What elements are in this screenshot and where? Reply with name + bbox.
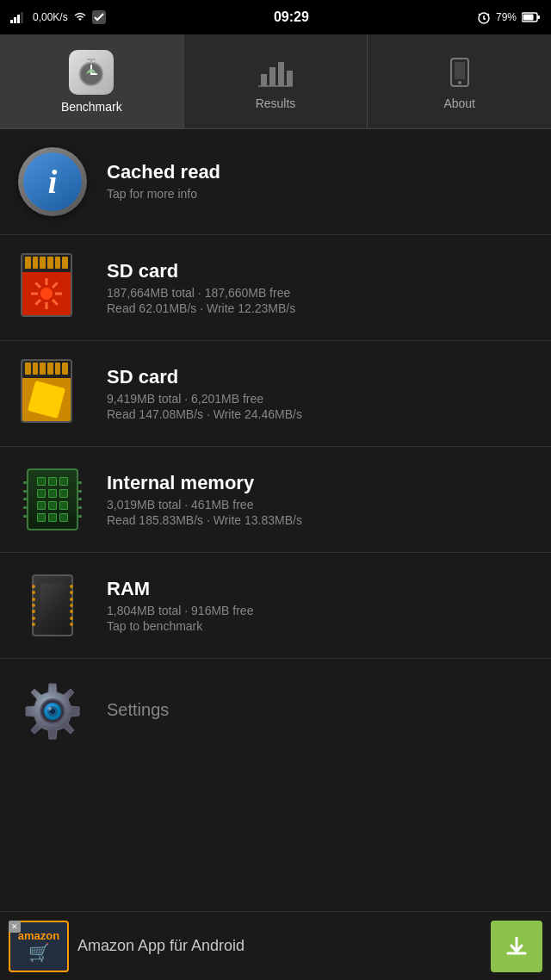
ad-banner[interactable]: ✕ amazon 🛒 Amazon App für Android (0, 911, 551, 980)
cached-read-text: Cached read Tap for more info (107, 161, 537, 202)
tab-about-label: About (443, 96, 475, 110)
svg-rect-14 (287, 71, 293, 86)
list-item-sdcard2[interactable]: SD card 9,419MB total · 6,201MB free Rea… (0, 341, 551, 447)
phone-icon (444, 57, 475, 88)
list-item-cached-read[interactable]: i Cached read Tap for more info (0, 129, 551, 235)
list-item-sdcard1[interactable]: SD card 187,664MB total · 187,660MB free… (0, 235, 551, 341)
sdcard1-title: SD card (107, 260, 537, 282)
settings-title: Settings (107, 700, 537, 720)
memory-icon (14, 461, 91, 538)
svg-rect-13 (278, 62, 284, 86)
status-left: 0,00K/s (10, 10, 106, 24)
ram-speed: Tap to benchmark (107, 619, 537, 633)
cached-read-icon: i (14, 143, 91, 220)
benchmark-tab-icon (69, 50, 114, 95)
battery-icon (522, 12, 541, 22)
amazon-logo: ✕ amazon 🛒 (9, 921, 69, 972)
sdcard2-icon (14, 355, 91, 432)
ram-subtitle: 1,804MB total · 916MB free (107, 604, 537, 617)
svg-line-26 (35, 282, 40, 288)
sdcard2-title: SD card (107, 366, 537, 388)
svg-rect-11 (261, 74, 267, 86)
tab-benchmark-label: Benchmark (61, 100, 122, 114)
sdcard2-subtitle: 9,419MB total · 6,201MB free (107, 392, 537, 406)
svg-rect-3 (21, 12, 23, 23)
svg-line-20 (53, 282, 58, 288)
amazon-logo-text: amazon (18, 929, 59, 942)
gear-icon (22, 680, 84, 742)
content-area: i Cached read Tap for more info (0, 129, 551, 833)
data-speed: 0,00K/s (33, 11, 68, 23)
settings-text: Settings (107, 700, 537, 723)
sdcard1-text: SD card 187,664MB total · 187,660MB free… (107, 260, 537, 315)
svg-point-18 (458, 81, 461, 84)
ad-text: Amazon App für Android (77, 937, 482, 955)
bar-chart-icon (258, 57, 293, 88)
list-item-settings[interactable]: Settings (0, 659, 551, 764)
settings-icon (14, 673, 91, 750)
status-right: 79% (477, 10, 541, 24)
memory-title: Internal memory (107, 472, 537, 494)
memory-speed: Read 185.83MB/s · Write 13.83MB/s (107, 513, 537, 527)
memory-text: Internal memory 3,019MB total · 461MB fr… (107, 472, 537, 527)
battery-percent: 79% (496, 11, 517, 23)
info-i-letter: i (23, 152, 82, 211)
sdcard2-text: SD card 9,419MB total · 6,201MB free Rea… (107, 366, 537, 421)
signal-icon (10, 11, 28, 23)
sdcard1-subtitle: 187,664MB total · 187,660MB free (107, 286, 537, 300)
svg-rect-17 (455, 62, 465, 79)
badge-icon (92, 10, 106, 24)
amazon-cart-icon: 🛒 (28, 942, 50, 963)
wifi-icon (73, 11, 87, 23)
tab-results[interactable]: Results (184, 34, 368, 128)
svg-rect-0 (10, 20, 13, 23)
alarm-icon (477, 10, 491, 24)
ram-icon (14, 567, 91, 644)
sdcard2-speed: Read 147.08MB/s · Write 24.46MB/s (107, 407, 537, 421)
stopwatch-icon (76, 57, 107, 88)
svg-rect-2 (17, 15, 20, 23)
tab-about[interactable]: About (368, 34, 551, 128)
sdcard1-speed: Read 62.01MB/s · Write 12.23MB/s (107, 301, 537, 315)
svg-line-24 (35, 300, 40, 305)
svg-line-22 (53, 300, 58, 305)
results-tab-icon-wrap (257, 53, 294, 91)
list-item-internal-memory[interactable]: Internal memory 3,019MB total · 461MB fr… (0, 447, 551, 553)
ram-title: RAM (107, 578, 537, 600)
svg-rect-12 (269, 67, 276, 86)
ram-text: RAM 1,804MB total · 916MB free Tap to be… (107, 578, 537, 633)
svg-point-32 (48, 707, 52, 710)
sdcard1-icon (14, 249, 91, 326)
svg-rect-7 (523, 15, 534, 21)
tab-results-label: Results (256, 96, 296, 110)
about-tab-icon-wrap (441, 53, 479, 91)
svg-rect-1 (14, 17, 16, 23)
status-time: 09:29 (274, 9, 309, 25)
list-item-ram[interactable]: RAM 1,804MB total · 916MB free Tap to be… (0, 553, 551, 659)
svg-point-27 (40, 288, 53, 300)
tab-bar: Benchmark Results About (0, 34, 551, 129)
memory-subtitle: 3,019MB total · 461MB free (107, 498, 537, 512)
status-bar: 0,00K/s 09:29 79% (0, 0, 551, 34)
close-ad-icon[interactable]: ✕ (9, 921, 21, 933)
svg-rect-8 (537, 16, 540, 19)
tab-benchmark[interactable]: Benchmark (0, 34, 184, 128)
download-icon (505, 934, 529, 958)
cached-read-subtitle: Tap for more info (107, 187, 537, 201)
cached-read-title: Cached read (107, 161, 537, 183)
ad-download-button[interactable] (491, 921, 542, 972)
